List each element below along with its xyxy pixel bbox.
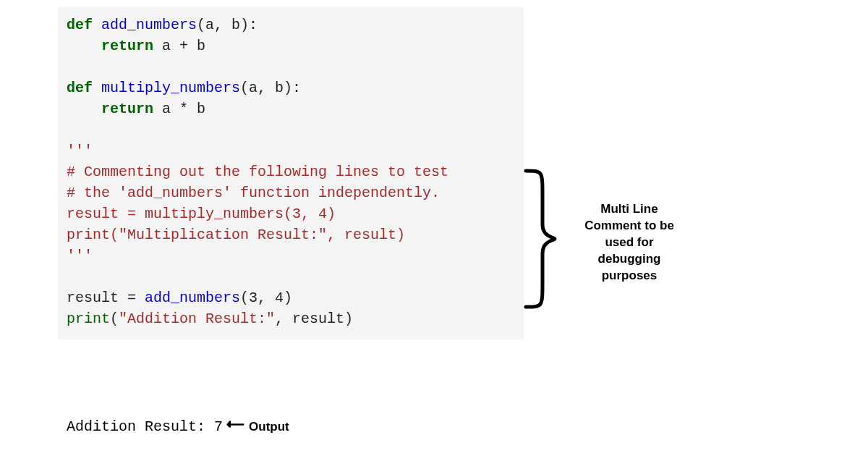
sig-mul: (a, b):: [240, 80, 301, 96]
comment-line-2: # the 'add_numbers' function independent…: [67, 185, 440, 201]
print-add-open: (: [110, 311, 119, 327]
output-text: Addition Result: 7: [67, 418, 223, 435]
call-add-numbers: add_numbers: [145, 290, 240, 306]
sig-add: (a, b):: [197, 17, 258, 33]
brace-icon: [514, 166, 564, 311]
print-mul: print: [67, 227, 110, 243]
program-output: Addition Result: 7⭠Output: [67, 418, 289, 435]
print-mul-args: ("Multiplication Result:", result): [110, 227, 405, 243]
annotation-text: Multi Line Comment to be used for debugg…: [571, 201, 687, 284]
keyword-def: def: [67, 17, 93, 33]
annot-line-1: Multi Line: [600, 202, 658, 216]
code-block: def add_numbers(a, b): return a + b def …: [58, 7, 524, 339]
keyword-def: def: [67, 80, 93, 96]
result-add-lhs: result =: [67, 290, 145, 306]
call-add-args: (3, 4): [240, 290, 292, 306]
output-label: Output: [249, 420, 289, 434]
comment-line-1: # Commenting out the following lines to …: [67, 164, 448, 180]
result-mul-assign: result = multiply_numbers(3, 4): [67, 206, 336, 222]
func-add-numbers: add_numbers: [101, 17, 197, 33]
print-add-rest: , result): [275, 311, 353, 327]
ret-mul-body: a * b: [153, 101, 205, 117]
annot-line-4: debugging: [598, 252, 661, 266]
keyword-return: return: [101, 101, 153, 117]
annot-line-5: purposes: [602, 269, 658, 282]
annot-line-3: used for: [605, 235, 653, 249]
annot-line-2: Comment to be: [584, 219, 674, 232]
keyword-return: return: [101, 38, 153, 54]
func-multiply-numbers: multiply_numbers: [101, 80, 240, 96]
docstring-close: ''': [67, 248, 93, 264]
print-add: print: [67, 311, 110, 327]
ret-add-body: a + b: [153, 38, 205, 54]
docstring-open: ''': [67, 143, 93, 159]
print-add-str: "Addition Result:": [119, 311, 275, 327]
